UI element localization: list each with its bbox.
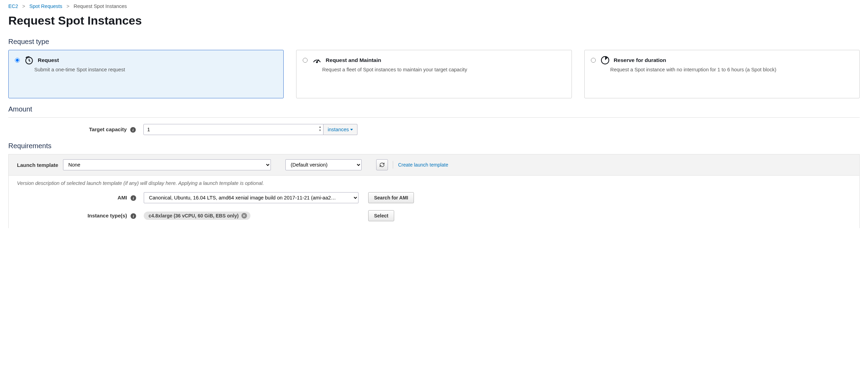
chip-remove-button[interactable]: ✕ [241, 213, 247, 218]
instance-type-chip: c4.8xlarge (36 vCPU, 60 GiB, EBS only) ✕ [144, 212, 250, 220]
instance-type-chip-label: c4.8xlarge (36 vCPU, 60 GiB, EBS only) [149, 213, 239, 218]
launch-template-desc: Version description of selected launch t… [9, 176, 859, 189]
requirements-panel: Launch template None (Default version) C… [8, 154, 860, 228]
card-desc: Request a fleet of Spot instances to mai… [322, 67, 565, 72]
card-desc: Request a Spot instance with no interrup… [610, 67, 853, 72]
request-type-cards: Request Submit a one-time Spot instance … [8, 50, 860, 98]
clock-refresh-icon [25, 56, 34, 65]
radio-request[interactable] [15, 58, 20, 63]
breadcrumb-spot-requests[interactable]: Spot Requests [29, 3, 62, 9]
radio-reserve-duration[interactable] [591, 58, 596, 63]
section-heading-request-type: Request type [8, 38, 860, 46]
card-request-maintain[interactable]: Request and Maintain Request a fleet of … [296, 50, 572, 98]
launch-template-version-select[interactable]: (Default version) [285, 159, 362, 170]
pie-clock-icon [601, 56, 610, 65]
card-title: Request and Maintain [326, 57, 381, 63]
row-ami: AMI i Canonical, Ubuntu, 16.04 LTS, amd6… [9, 189, 859, 207]
create-launch-template-link[interactable]: Create launch template [398, 162, 448, 168]
ami-select[interactable]: Canonical, Ubuntu, 16.04 LTS, amd64 xeni… [144, 192, 358, 203]
refresh-icon [379, 162, 385, 168]
gauge-icon [312, 56, 321, 65]
section-heading-requirements: Requirements [8, 142, 860, 150]
breadcrumb-ec2[interactable]: EC2 [8, 3, 18, 9]
label-launch-template: Launch template [17, 162, 58, 168]
requirements-panel-head: Launch template None (Default version) C… [9, 154, 859, 176]
section-rule [8, 117, 860, 118]
card-title: Request [38, 57, 59, 63]
card-title: Reserve for duration [614, 57, 666, 63]
row-target-capacity: Target capacity i ▲▼ instances [8, 124, 860, 135]
label-target-capacity: Target capacity [89, 126, 127, 132]
label-ami: AMI [117, 195, 127, 200]
card-desc: Submit a one-time Spot instance request [34, 67, 277, 72]
launch-template-select[interactable]: None [63, 159, 271, 170]
breadcrumb-current: Request Spot Instances [73, 3, 127, 9]
target-capacity-input[interactable] [143, 124, 324, 135]
row-instance-types: Instance type(s) i c4.8xlarge (36 vCPU, … [9, 207, 859, 228]
card-reserve-duration[interactable]: Reserve for duration Request a Spot inst… [584, 50, 860, 98]
breadcrumb-separator: > [22, 3, 25, 9]
unit-label: instances [328, 127, 349, 132]
info-icon[interactable]: i [130, 127, 136, 133]
search-ami-button[interactable]: Search for AMI [368, 192, 414, 203]
divider [393, 161, 393, 169]
label-instance-types: Instance type(s) [88, 213, 127, 218]
radio-request-maintain[interactable] [303, 58, 308, 63]
breadcrumb: EC2 > Spot Requests > Request Spot Insta… [8, 0, 860, 12]
caret-down-icon [350, 129, 353, 131]
section-heading-amount: Amount [8, 105, 860, 113]
select-instance-type-button[interactable]: Select [368, 210, 394, 221]
breadcrumb-separator: > [67, 3, 69, 9]
info-icon[interactable]: i [131, 213, 136, 219]
unit-dropdown[interactable]: instances [324, 124, 357, 135]
card-request[interactable]: Request Submit a one-time Spot instance … [8, 50, 284, 98]
page-title: Request Spot Instances [8, 14, 860, 27]
info-icon[interactable]: i [131, 195, 136, 201]
spinner-buttons[interactable]: ▲▼ [319, 125, 321, 132]
refresh-button[interactable] [376, 159, 388, 170]
